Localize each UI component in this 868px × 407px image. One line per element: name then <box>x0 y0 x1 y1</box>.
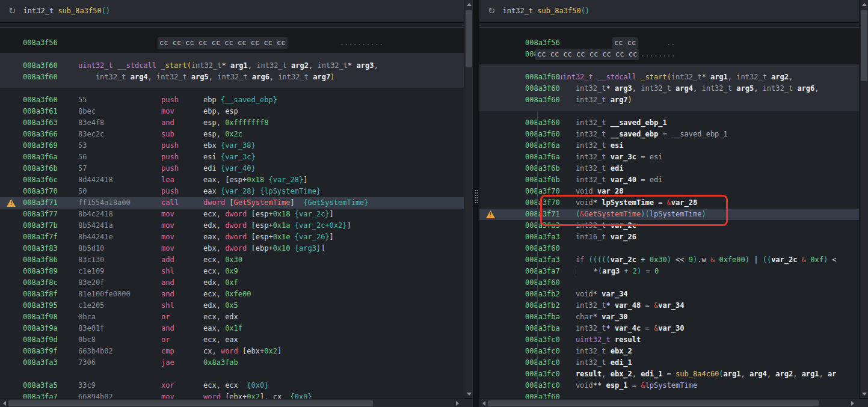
token: , <box>754 84 762 93</box>
hlil-row[interactable]: 008a3f6aint32_t var_3c = esi <box>479 151 859 163</box>
scroll-left-icon[interactable] <box>3 401 6 406</box>
asm-row[interactable]: 008a3f6a56pushesi {var_3c} <box>0 151 464 163</box>
asm-row[interactable]: 008a3f7b8b54241amovedx, dword [esp+0x1a … <box>0 220 464 231</box>
asm-row[interactable]: 008a3f7050pusheax {var_28} {lpSystemTime… <box>0 186 464 197</box>
asm-row[interactable]: 008a3f8f81e100fe0000andecx, 0xfe00 <box>0 289 464 300</box>
asm-row[interactable]: 008a3f618becmovebp, esp <box>0 106 464 117</box>
asm-row[interactable]: 008a3f8683c130addecx, 0x30 <box>0 254 464 266</box>
hlil-row[interactable]: 008a3fb2void* var_34 <box>479 289 859 300</box>
asm-row[interactable]: 008a3f6c8d442418leaeax, [esp+0x18 {var_2… <box>0 174 464 186</box>
asm-row[interactable]: 008a3f8c83e20fandedx, 0xf <box>0 277 464 289</box>
asm-row[interactable]: 008a3fa533c9xorecx, ecx {0x0} <box>0 380 464 391</box>
scroll-down-icon[interactable] <box>467 393 472 396</box>
token: {var_26} <box>295 233 330 241</box>
asm-row[interactable]: 008a3f7f8b44241emoveax, dword [esp+0x1e … <box>0 231 464 243</box>
token: edi_1 <box>611 358 632 367</box>
scroll-down-icon[interactable] <box>862 393 867 396</box>
hlil-row[interactable]: 008a3fb2int32_t* var_48 = &var_34 <box>479 300 859 311</box>
scroll-left-icon[interactable] <box>482 401 485 406</box>
hlil-row[interactable]: 008a3fc0int32_t edi_1 <box>479 357 859 369</box>
token: esp <box>256 233 269 241</box>
token: 0x30 <box>650 256 667 264</box>
splitter-handle-icon[interactable] <box>475 189 478 204</box>
hlil-row[interactable]: 008a3fa3int16_t var_26 <box>479 231 859 243</box>
hlil-row[interactable]: 008a3f6bint32_t edi <box>479 163 859 174</box>
asm-row[interactable]: 008a3f71ff1554a18a00calldword [GetSystem… <box>0 197 464 209</box>
address: 008a3f98 <box>23 311 78 323</box>
token: var_3c <box>611 153 636 161</box>
hlil-row[interactable]: 008a3f60 <box>479 243 859 254</box>
left-vertical-scrollbar[interactable] <box>464 0 473 398</box>
hlil-row[interactable]: 008a3f60int32_t __saved_ebp_1 <box>479 117 859 129</box>
hlil-row[interactable]: 008a3fa7 *(arg3 + 2) = 0 <box>479 266 859 277</box>
asm-row[interactable]: 008a3f56cc cc-cc cc cc cc cc cc cc cc...… <box>0 37 464 49</box>
asm-row[interactable]: 008a3f9a83e01fandeax, 0x1f <box>0 323 464 334</box>
code-text: void* var_34 <box>558 289 859 300</box>
hlil-row[interactable]: 008a3fc0result, ebx_2, edi_1 = sub_8a4c6… <box>479 369 859 380</box>
hlil-row[interactable]: 008a3fc0void** esp_1 = &lpSystemTime <box>479 380 859 391</box>
hlil-row[interactable]: 008a3fbachar* var_30 <box>479 311 859 323</box>
asm-signature-row[interactable]: 008a3f60uint32_t __stdcall _start(int32_… <box>0 60 464 72</box>
asm-row[interactable]: 008a3fa37306jae0x8a3fab <box>0 357 464 369</box>
hlil-signature-row[interactable]: 008a3f60int32_t* arg3, int32_t arg4, int… <box>479 83 859 94</box>
asm-row[interactable]: 008a3f9d0bc8orecx, eax <box>0 334 464 346</box>
hlil-row[interactable]: 008a3f71(&GetSystemTime)(lpSystemTime) <box>479 209 859 220</box>
scrollbar-thumb[interactable] <box>488 400 819 406</box>
token <box>606 153 610 161</box>
token: , <box>217 324 225 332</box>
token <box>217 141 221 150</box>
asm-row[interactable]: 008a3f980bcaorecx, edx <box>0 311 464 323</box>
mnemonic: jae <box>161 357 203 369</box>
scrollbar-thumb[interactable] <box>861 10 867 81</box>
scroll-up-icon[interactable] <box>862 3 867 6</box>
refresh-icon[interactable]: ↻ <box>8 7 16 16</box>
pane-splitter[interactable] <box>473 0 479 407</box>
hlil-row[interactable]: 008a3f58cc cc cc cc cc cc cc cc........ <box>479 49 859 60</box>
asm-row[interactable]: 008a3f9f663b4b02cmpcx, word [ebx+0x2] <box>0 346 464 357</box>
code-text: int32_t edi <box>558 163 859 174</box>
gutter-separator <box>537 111 538 399</box>
right-vertical-scrollbar[interactable] <box>859 0 868 398</box>
asm-signature-row[interactable]: 008a3f60int32_t arg4, int32_t arg5, int3… <box>0 72 464 83</box>
asm-row[interactable]: 008a3f6055pushebp {__saved_ebp} <box>0 94 464 106</box>
right-horizontal-scrollbar[interactable] <box>479 399 868 407</box>
token: __stdcall <box>117 61 156 70</box>
asm-row[interactable]: 008a3f95c1e205shledx, 0x5 <box>0 300 464 311</box>
token: int32_t <box>278 73 309 81</box>
scroll-up-icon[interactable] <box>467 3 472 6</box>
hlil-row[interactable]: 008a3f60 <box>479 277 859 289</box>
hlil-signature-row[interactable]: 008a3f60int32_t arg7) <box>479 94 859 106</box>
asm-row[interactable]: 008a3f838b5d10movebx, dword [ebp+0x10 {a… <box>0 243 464 254</box>
hlil-signature-row[interactable]: 008a3f60uint32_t __stdcall _start(int32_… <box>479 72 859 83</box>
scroll-right-icon[interactable] <box>456 401 459 406</box>
hlil-row[interactable]: 008a3f6bint32_t var_40 = edi <box>479 174 859 186</box>
asm-row[interactable]: 008a3f778b4c2418movecx, dword [esp+0x18 … <box>0 209 464 220</box>
asm-row[interactable] <box>0 369 464 380</box>
hlil-row[interactable]: 008a3fa3if (((((var_2c + 0x30) << 9).w &… <box>479 254 859 266</box>
byte-values: 83c130 <box>78 254 161 266</box>
token: + <box>268 221 272 230</box>
asm-row[interactable]: 008a3f89c1e109shlecx, 0x9 <box>0 266 464 277</box>
hlil-row[interactable]: 008a3fc0uint32_t result <box>479 334 859 346</box>
scrollbar-thumb[interactable] <box>8 400 373 406</box>
operands: ecx, 0x9 <box>203 266 464 277</box>
refresh-icon[interactable]: ↻ <box>488 7 496 16</box>
hlil-row[interactable]: 008a3f70void var_28 <box>479 186 859 197</box>
asm-row[interactable]: 008a3f6383e4f8andesp, 0xfffffff8 <box>0 117 464 129</box>
token: = <box>641 324 654 332</box>
scroll-right-icon[interactable] <box>851 401 854 406</box>
hlil-row[interactable]: 008a3f56cc cc.. <box>479 37 859 49</box>
hlil-row[interactable]: 008a3fbaint32_t* var_4c = &var_30 <box>479 323 859 334</box>
mnemonic: or <box>161 311 203 323</box>
hlil-row[interactable]: 008a3f60int32_t __saved_ebp = __saved_eb… <box>479 129 859 140</box>
hlil-row[interactable]: 008a3f6aint32_t esi <box>479 140 859 151</box>
asm-row[interactable]: 008a3f6683ec2csubesp, 0x2c <box>0 129 464 140</box>
hlil-row[interactable]: 008a3fa3int32_t var_2c <box>479 220 859 231</box>
left-horizontal-scrollbar[interactable] <box>0 399 473 407</box>
asm-row[interactable]: 008a3f6953pushebx {var_38} <box>0 140 464 151</box>
scrollbar-thumb[interactable] <box>466 10 472 67</box>
hlil-row[interactable]: 008a3f70void* lpSystemTime = &var_28 <box>479 197 859 209</box>
token: ebx <box>247 347 260 355</box>
hlil-row[interactable]: 008a3fc0int32_t ebx_2 <box>479 346 859 357</box>
asm-row[interactable]: 008a3f6b57pushedi {var_40} <box>0 163 464 174</box>
